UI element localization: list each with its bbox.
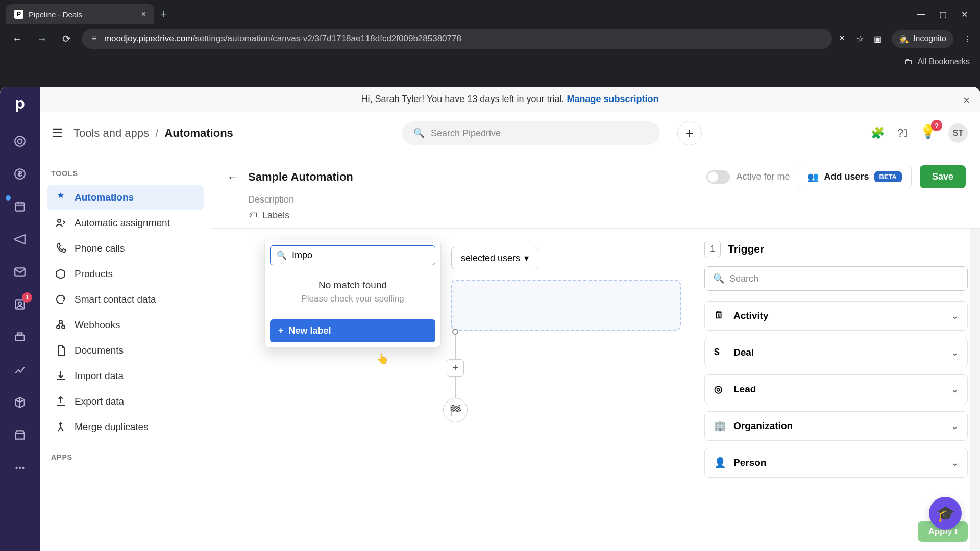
svg-point-12 <box>58 219 61 222</box>
manage-subscription-link[interactable]: Manage subscription <box>567 94 658 104</box>
svg-rect-8 <box>18 333 22 335</box>
sidebar-label: Automatic assignment <box>75 217 170 229</box>
svg-point-13 <box>57 325 60 329</box>
svg-point-1 <box>18 139 22 144</box>
labels-field[interactable]: 🏷 Labels <box>248 210 966 221</box>
tab-title: Pipeline - Deals <box>29 10 82 19</box>
description-field[interactable]: Description <box>248 194 966 205</box>
back-button[interactable]: ← <box>226 170 240 184</box>
tab-close-icon[interactable]: × <box>141 10 146 19</box>
contacts-icon[interactable]: 1 <box>11 295 29 314</box>
search-placeholder: Search Pipedrive <box>431 128 501 139</box>
insights-icon[interactable] <box>11 361 29 379</box>
site-settings-icon[interactable]: ≡ <box>92 34 97 44</box>
search-icon: 🔍 <box>413 128 425 139</box>
trigger-option-label: Person <box>733 457 766 468</box>
pipedrive-logo[interactable]: p <box>15 94 25 113</box>
trigger-head: 1 Trigger <box>704 241 968 257</box>
products-icon[interactable] <box>11 393 29 412</box>
back-icon[interactable]: ← <box>8 30 27 48</box>
refresh-icon <box>54 293 67 306</box>
svg-point-11 <box>22 467 24 469</box>
sidebar-label: Smart contact data <box>75 294 156 305</box>
trigger-option-person[interactable]: 👤Person⌄ <box>704 448 968 478</box>
sidebar-item-smart-contact[interactable]: Smart contact data <box>47 287 204 312</box>
forward-icon[interactable]: → <box>33 30 51 48</box>
cursor-icon: 👆 <box>376 353 389 365</box>
tips-icon[interactable]: 💡? <box>920 124 938 142</box>
canvas-area: ← Sample Automation Active for me 👥 Add … <box>211 155 980 551</box>
more-icon[interactable] <box>11 459 29 477</box>
trigger-option-activity[interactable]: 🗓Activity⌄ <box>704 301 968 331</box>
quick-add-button[interactable]: + <box>677 121 702 145</box>
active-toggle[interactable] <box>706 170 730 184</box>
sidebar-label: Export data <box>75 396 124 407</box>
trigger-option-deal[interactable]: $Deal⌄ <box>704 338 968 367</box>
users-dropdown[interactable]: selected users ▾ <box>451 247 538 269</box>
maximize-icon[interactable]: ▢ <box>939 10 947 19</box>
academy-fab[interactable]: 🎓 <box>929 497 962 530</box>
svg-point-14 <box>62 325 65 329</box>
bookmarks-label[interactable]: All Bookmarks <box>918 57 970 66</box>
topbar: ☰ Tools and apps / Automations 🔍 Search … <box>40 112 980 155</box>
dollar-icon[interactable] <box>11 165 29 183</box>
sidebar-item-merge[interactable]: Merge duplicates <box>47 414 204 440</box>
sidebar-item-products[interactable]: Products <box>47 261 204 287</box>
check-spelling-text: Please check your spelling <box>270 294 435 314</box>
menu-dots-icon[interactable]: ⋮ <box>964 34 972 44</box>
add-step-button[interactable]: + <box>447 359 464 377</box>
url-field[interactable]: ≡ moodjoy.pipedrive.com/settings/automat… <box>82 29 832 49</box>
banner-close-icon[interactable]: × <box>963 94 970 107</box>
automation-title[interactable]: Sample Automation <box>248 170 353 184</box>
calendar-icon: 🗓 <box>714 310 726 322</box>
incognito-badge[interactable]: 🕵 Incognito <box>892 30 953 48</box>
canvas-center[interactable]: selected users ▾ + 🏁 🔍 <box>211 229 692 551</box>
trigger-placeholder[interactable] <box>451 280 681 331</box>
sidebar-item-documents[interactable]: Documents <box>47 338 204 363</box>
chevron-down-icon: ▾ <box>524 253 529 264</box>
label-search-input[interactable] <box>292 250 429 261</box>
target-icon[interactable] <box>11 132 29 151</box>
sidebar-item-automations[interactable]: Automations <box>47 185 204 210</box>
assignment-icon <box>54 216 67 230</box>
marketplace-icon[interactable] <box>11 426 29 444</box>
reload-icon[interactable]: ⟳ <box>57 30 76 48</box>
add-users-button[interactable]: 👥 Add users BETA <box>798 166 911 188</box>
new-tab-button[interactable]: + <box>160 8 167 21</box>
sidebar-item-phone[interactable]: Phone calls <box>47 236 204 261</box>
sidebar-label: Import data <box>75 370 124 382</box>
trigger-option-lead[interactable]: ◎Lead⌄ <box>704 374 968 404</box>
export-icon <box>54 395 67 408</box>
mail-icon[interactable] <box>11 263 29 281</box>
sidebar-label: Phone calls <box>75 243 125 254</box>
help-icon[interactable]: ?⃝ <box>895 126 910 140</box>
reader-icon[interactable]: ▣ <box>874 34 881 44</box>
bookmark-star-icon[interactable]: ☆ <box>856 34 864 44</box>
user-avatar[interactable]: ST <box>948 123 968 143</box>
step-number: 1 <box>704 241 721 257</box>
browser-tab[interactable]: P Pipeline - Deals × <box>6 4 154 24</box>
sidebar-item-import[interactable]: Import data <box>47 363 204 389</box>
url-path: /settings/automation/canvas-v2/3f7d1718a… <box>192 34 461 43</box>
trigger-title: Trigger <box>728 243 764 255</box>
sidebar-toggle-icon[interactable]: ☰ <box>52 126 63 140</box>
calendar-icon[interactable] <box>11 197 29 216</box>
trigger-search[interactable]: 🔍 Search <box>704 266 968 291</box>
eye-off-icon[interactable]: 👁 <box>838 34 846 43</box>
breadcrumb-parent[interactable]: Tools and apps <box>74 127 149 139</box>
sidebar-item-webhooks[interactable]: Webhooks <box>47 312 204 338</box>
close-window-icon[interactable]: ✕ <box>961 10 968 19</box>
sidebar-item-auto-assignment[interactable]: Automatic assignment <box>47 210 204 236</box>
company-icon[interactable] <box>11 328 29 346</box>
extensions-icon[interactable]: 🧩 <box>871 126 885 140</box>
campaigns-icon[interactable] <box>11 230 29 248</box>
global-search[interactable]: 🔍 Search Pipedrive <box>402 121 660 145</box>
canvas-header: ← Sample Automation Active for me 👥 Add … <box>211 155 980 229</box>
minimize-icon[interactable]: — <box>917 10 925 19</box>
scrollbar[interactable] <box>970 229 980 551</box>
new-label-button[interactable]: + New label <box>270 319 435 342</box>
sidebar-item-export[interactable]: Export data <box>47 389 204 414</box>
save-button[interactable]: Save <box>920 165 966 188</box>
sidebar-label: Merge duplicates <box>75 421 149 433</box>
trigger-option-organization[interactable]: 🏢Organization⌄ <box>704 411 968 441</box>
